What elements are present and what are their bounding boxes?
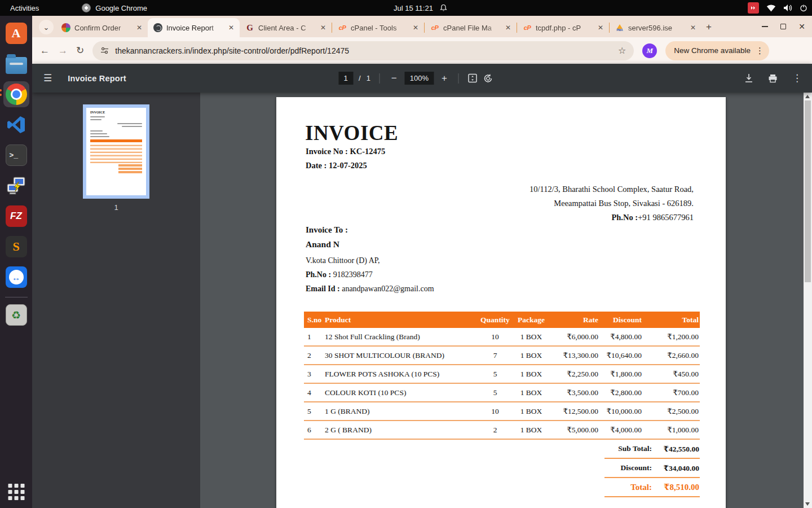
screen-share-indicator-icon[interactable] xyxy=(748,2,759,14)
page-thumbnail[interactable]: INVOICE xyxy=(83,104,149,199)
window-controls: ✕ xyxy=(762,16,805,37)
dock: A >_ FZ S ↔ ♻ xyxy=(0,16,32,508)
fit-to-page-icon[interactable] xyxy=(468,73,478,83)
subtotal-row: Sub Total: ₹42,550.00 xyxy=(604,440,700,459)
zoom-out-button[interactable]: − xyxy=(389,73,399,84)
tab-confirm-order[interactable]: Confirm Order ✕ xyxy=(56,18,148,37)
tab-invoice-report[interactable]: Invoice Report ✕ xyxy=(148,18,240,37)
url-field[interactable]: thekannancrackers.in/index.php/site-cont… xyxy=(92,41,634,60)
system-top-bar: Activities Google Chrome Jul 15 11:21 xyxy=(0,0,812,16)
phpmyadmin-favicon: PMA xyxy=(615,23,624,32)
new-tab-button[interactable]: + xyxy=(706,21,712,33)
globe-favicon xyxy=(153,23,162,32)
url-text: thekannancrackers.in/index.php/site-cont… xyxy=(115,46,612,55)
tab-cpanel-filemanager[interactable]: cP cPanel File Ma ✕ xyxy=(425,18,517,37)
pdf-more-options-icon[interactable]: ⋮ xyxy=(792,72,802,84)
close-icon[interactable]: ✕ xyxy=(134,23,144,33)
bookmark-star-icon[interactable]: ☆ xyxy=(618,45,626,56)
cpanel-favicon: cP xyxy=(523,23,532,32)
discount-row: Discount: ₹34,040.00 xyxy=(604,459,700,478)
company-address-line2: Meeampattai Bus Stop, Sivakasi - 626189. xyxy=(529,196,694,211)
scroll-up-arrow[interactable] xyxy=(805,95,810,98)
tab-cpanel-tools[interactable]: cP cPanel - Tools ✕ xyxy=(332,18,424,37)
dock-item-vscode[interactable] xyxy=(3,112,29,138)
cpanel-favicon: cP xyxy=(430,23,439,32)
invoice-totals: Sub Total: ₹42,550.00 Discount: ₹34,040.… xyxy=(604,440,700,497)
dock-item-trash[interactable]: ♻ xyxy=(3,302,29,328)
back-icon[interactable]: ← xyxy=(40,45,50,56)
dock-item-terminal[interactable]: >_ xyxy=(3,142,29,168)
print-icon[interactable] xyxy=(768,74,778,83)
dock-item-chrome[interactable] xyxy=(3,81,29,107)
page-count: 1 xyxy=(367,74,370,82)
dock-item-files[interactable] xyxy=(3,51,29,77)
focused-app-name: Google Chrome xyxy=(95,4,147,12)
invoice-to-label: Invoice To : xyxy=(306,225,348,235)
rotate-icon[interactable] xyxy=(483,73,493,84)
address-bar: ← → ↻ thekannancrackers.in/index.php/sit… xyxy=(32,37,812,64)
tab-phpmyadmin[interactable]: PMA server596.ise ✕ xyxy=(610,18,701,37)
crackers-favicon xyxy=(61,23,70,32)
chrome-update-button[interactable]: New Chrome available ⋮ xyxy=(665,41,769,60)
close-icon[interactable]: ✕ xyxy=(688,23,698,33)
zoom-level[interactable]: 100% xyxy=(405,72,434,85)
scroll-down-arrow[interactable] xyxy=(805,502,810,506)
volume-icon[interactable] xyxy=(783,4,792,12)
reload-icon[interactable]: ↻ xyxy=(76,45,84,56)
scrollbar-thumb[interactable] xyxy=(805,100,811,282)
show-applications-button[interactable] xyxy=(8,484,24,500)
table-row: 112 Shot Full Crackling (Brand)101 BOX₹6… xyxy=(304,328,700,347)
clock[interactable]: Jul 15 11:21 xyxy=(394,4,433,12)
chrome-running-dots xyxy=(0,89,2,96)
vertical-scrollbar[interactable] xyxy=(804,93,812,508)
terminal-icon: >_ xyxy=(6,144,27,166)
total-row: Total: ₹8,510.00 xyxy=(604,478,700,497)
trash-icon: ♻ xyxy=(6,304,27,326)
close-icon[interactable]: ✕ xyxy=(226,23,236,33)
company-phone-line: Ph.No :+91 9865677961 xyxy=(529,211,694,225)
tab-tcpdf[interactable]: cP tcpdf.php - cP ✕ xyxy=(517,18,609,37)
dock-item-remote-desktop[interactable] xyxy=(3,173,29,199)
chrome-app-icon xyxy=(82,3,91,12)
company-address-line1: 10/112/3, Bharathi School Complex, Saatu… xyxy=(529,182,694,196)
teamviewer-icon: ↔ xyxy=(6,266,27,288)
vscode-icon xyxy=(7,115,26,134)
close-icon[interactable]: ✕ xyxy=(595,23,606,33)
customer-phone: Ph.No : 9182398477 xyxy=(306,270,373,279)
dock-item-ubuntu-software[interactable]: A xyxy=(3,20,29,46)
chrome-window: ⌄ Confirm Order ✕ Invoice Report ✕ G Cli… xyxy=(32,16,812,508)
invoice-page: INVOICE Invoice No : KC-12475 Date : 12-… xyxy=(276,97,726,508)
pdf-sidebar-toggle-icon[interactable]: ☰ xyxy=(43,72,52,84)
tab-client-area[interactable]: G Client Area - C ✕ xyxy=(240,18,332,37)
site-info-icon[interactable] xyxy=(100,46,109,55)
invoice-table: S.no Product Quantity Package Rate Disco… xyxy=(304,312,700,440)
dock-divider xyxy=(5,297,28,297)
forward-icon[interactable]: → xyxy=(58,45,68,56)
page-number-input[interactable]: 1 xyxy=(338,72,353,85)
power-icon[interactable] xyxy=(800,4,807,12)
files-icon xyxy=(6,57,27,74)
download-icon[interactable] xyxy=(744,73,753,83)
minimize-button[interactable] xyxy=(762,26,768,27)
client-area-favicon: G xyxy=(245,23,254,32)
zoom-in-button[interactable]: + xyxy=(439,73,449,84)
dock-item-sublime[interactable]: S xyxy=(3,234,29,260)
table-header-row: S.no Product Quantity Package Rate Disco… xyxy=(304,312,700,328)
dock-item-teamviewer[interactable]: ↔ xyxy=(3,264,29,290)
thumbnail-panel: INVOICE xyxy=(32,93,200,508)
extension-icon[interactable]: M xyxy=(642,43,657,58)
close-icon[interactable]: ✕ xyxy=(503,23,513,33)
close-icon[interactable]: ✕ xyxy=(318,23,328,33)
close-window-button[interactable]: ✕ xyxy=(798,23,805,30)
browser-menu-icon[interactable]: ⋮ xyxy=(756,46,764,56)
pdf-document-title: Invoice Report xyxy=(68,74,126,83)
tab-search-button[interactable]: ⌄ xyxy=(39,20,54,34)
wifi-icon[interactable] xyxy=(766,5,776,12)
close-icon[interactable]: ✕ xyxy=(411,23,421,33)
focused-app-menu[interactable]: Google Chrome xyxy=(82,3,147,12)
dock-item-filezilla[interactable]: FZ xyxy=(3,203,29,229)
thumbnail-page-number: 1 xyxy=(83,203,149,212)
activities-button[interactable]: Activities xyxy=(10,4,39,12)
notification-bell-icon[interactable] xyxy=(440,4,447,12)
restore-button[interactable] xyxy=(780,24,786,29)
